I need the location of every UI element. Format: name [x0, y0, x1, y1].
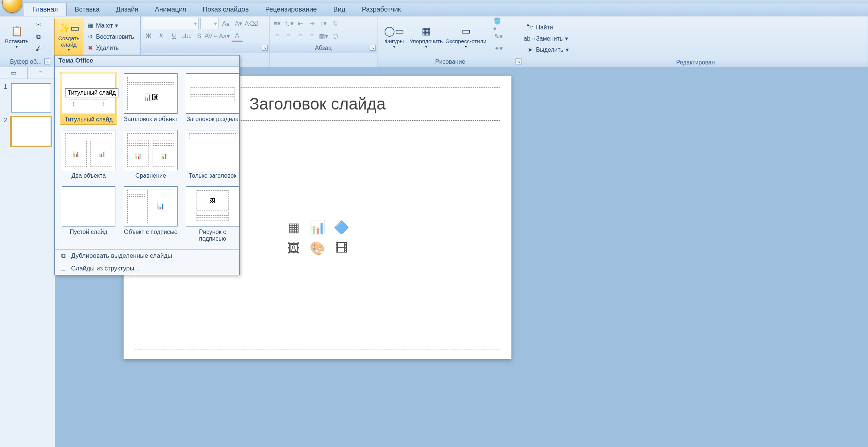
paste-button[interactable]: 📋 Вставить ▼ [2, 18, 31, 56]
slides-from-outline-item[interactable]: ≣Слайды из структуры... [55, 262, 239, 275]
drawing-launcher[interactable]: ↘ [516, 58, 521, 64]
binoculars-icon: 🔭 [526, 24, 534, 31]
drawing-group-label: Рисование [435, 58, 465, 65]
outline-icon: ≣ [59, 264, 67, 273]
arrange-icon: ▦ [419, 24, 434, 38]
copy-icon: ⧉ [36, 33, 41, 41]
clipboard-icon: 📋 [9, 24, 24, 38]
replace-icon: ab↔ [526, 35, 534, 42]
reset-icon: ↺ [86, 33, 94, 41]
font-family-combo[interactable]: ▾ [143, 18, 199, 29]
align-right-button[interactable]: ≡ [295, 31, 306, 42]
tab-insert[interactable]: Вставка [67, 3, 108, 16]
copy-button[interactable]: ⧉ [33, 31, 44, 42]
line-spacing-button[interactable]: ↕▾ [318, 18, 329, 29]
numbering-button[interactable]: ⒈▾ [283, 18, 294, 29]
layout-title-only[interactable]: Только заголовок [184, 129, 241, 181]
tab-review[interactable]: Рецензирование [257, 3, 325, 16]
new-slide-icon: ✨▭ [61, 21, 76, 35]
align-center-button[interactable]: ≡ [283, 31, 294, 42]
layout-blank[interactable]: Пустой слайд [60, 185, 117, 244]
slides-tab[interactable]: ▭ [0, 67, 28, 79]
select-button[interactable]: ➤Выделить ▾ [525, 45, 866, 55]
scissors-icon: ✂ [36, 21, 41, 29]
outline-tab[interactable]: ≡ [28, 67, 55, 79]
paragraph-launcher[interactable]: ↘ [370, 45, 376, 51]
layout-two-content[interactable]: 📊 📊 Два объекта [60, 129, 117, 181]
cut-button[interactable]: ✂ [33, 19, 44, 31]
align-justify-button[interactable]: ≡ [306, 31, 317, 42]
bullets-button[interactable]: ≡▾ [272, 18, 283, 29]
bold-button[interactable]: Ж [143, 31, 154, 42]
shape-effects-button[interactable]: ✦▾ [493, 43, 504, 54]
char-spacing-button[interactable]: AV↔ [206, 31, 217, 42]
content-insert-icons: ▦ 📊 🔷 🖼 🎨 🎞 [283, 218, 352, 257]
quick-styles-icon: ▭ [459, 24, 473, 38]
reset-button[interactable]: ↺Восстановить [85, 32, 135, 42]
layout-button[interactable]: ▦Макет ▾ [85, 20, 135, 31]
paragraph-group-label: Абзац [315, 45, 332, 51]
new-slide-button[interactable]: ✨▭ Создать слайд ▼ [54, 18, 83, 56]
columns-button[interactable]: ▥▾ [318, 31, 329, 42]
layout-title-content[interactable]: 📊🖼 Заголовок и объект [122, 72, 179, 125]
quick-styles-button[interactable]: ▭Экспресс-стили▼ [444, 18, 488, 56]
font-size-combo[interactable]: ▾ [200, 18, 219, 29]
gallery-header: Тема Office [55, 56, 239, 67]
insert-smartart-icon[interactable]: 🔷 [331, 218, 352, 236]
grow-font-button[interactable]: A▴ [220, 18, 232, 29]
indent-decrease-button[interactable]: ⇤ [295, 18, 306, 29]
tab-developer[interactable]: Разработчик [354, 3, 409, 16]
duplicate-slides-item[interactable]: ⧉Дублировать выделенные слайды [55, 250, 239, 262]
delete-slide-button[interactable]: ✖Удалить [85, 43, 135, 53]
replace-button[interactable]: ab↔Заменить ▾ [525, 34, 866, 44]
insert-table-icon[interactable]: ▦ [283, 218, 304, 236]
text-direction-button[interactable]: ⇅ [329, 18, 341, 29]
tab-slideshow[interactable]: Показ слайдов [194, 3, 257, 16]
smartart-button[interactable]: ⬡ [329, 31, 341, 42]
layout-section-header[interactable]: Заголовок раздела [184, 72, 241, 125]
layout-title-slide[interactable]: Титульный слайд Титульный слайд [60, 72, 117, 125]
insert-chart-icon[interactable]: 📊 [307, 218, 328, 236]
shape-outline-button[interactable]: ✎▾ [493, 31, 504, 42]
tab-home[interactable]: Главная [24, 3, 67, 16]
layout-picture-caption[interactable]: 🖼 Рисунок с подписью [184, 185, 241, 244]
change-case-button[interactable]: Aa▾ [219, 31, 230, 42]
delete-icon: ✖ [86, 44, 94, 52]
paste-label: Вставить [5, 38, 29, 45]
format-painter-button[interactable]: 🖌 [33, 43, 44, 54]
shapes-icon: ◯▭ [387, 24, 402, 38]
strike-button[interactable]: abc [181, 31, 192, 42]
duplicate-icon: ⧉ [59, 252, 67, 260]
tab-animations[interactable]: Анимация [147, 3, 195, 16]
shapes-button[interactable]: ◯▭Фигуры▼ [380, 18, 409, 56]
arrange-button[interactable]: ▦Упорядочить▼ [412, 18, 441, 56]
shrink-font-button[interactable]: A▾ [233, 18, 244, 29]
slide-thumb-2[interactable]: 2 [4, 117, 51, 146]
slide-thumb-1[interactable]: 1 [4, 83, 51, 112]
clipboard-launcher[interactable]: ↘ [44, 58, 50, 64]
slide-layout-gallery: Тема Office Титульный слайд Титульный сл… [54, 55, 240, 275]
indent-increase-button[interactable]: ⇥ [306, 18, 317, 29]
tab-design[interactable]: Дизайн [108, 3, 147, 16]
shadow-button[interactable]: S [194, 31, 205, 42]
new-slide-label: Создать слайд [55, 35, 83, 48]
font-color-button[interactable]: A [232, 31, 243, 42]
layout-comparison[interactable]: 📊 📊 Сравнение [122, 129, 179, 181]
underline-button[interactable]: Ч [168, 31, 179, 42]
shape-fill-button[interactable]: 🪣▾ [493, 19, 504, 31]
layout-content-caption[interactable]: 📊 Объект с подписью [122, 185, 179, 244]
tab-view[interactable]: Вид [325, 3, 354, 16]
editing-group-label: Редактирован [676, 59, 715, 66]
cursor-icon: ➤ [526, 46, 534, 54]
layout-icon: ▦ [86, 22, 94, 29]
clipboard-group-label: Буфер об... [10, 58, 42, 65]
font-launcher[interactable]: ↘ [262, 45, 268, 51]
clear-format-button[interactable]: A⌫ [246, 18, 257, 29]
slide-panel: ▭ ≡ 1 2 [0, 67, 55, 447]
find-button[interactable]: 🔭Найти [525, 22, 866, 33]
italic-button[interactable]: К [156, 31, 167, 42]
insert-clipart-icon[interactable]: 🎨 [307, 239, 328, 257]
insert-picture-icon[interactable]: 🖼 [283, 239, 304, 257]
align-left-button[interactable]: ≡ [272, 31, 283, 42]
insert-media-icon[interactable]: 🎞 [331, 239, 352, 257]
